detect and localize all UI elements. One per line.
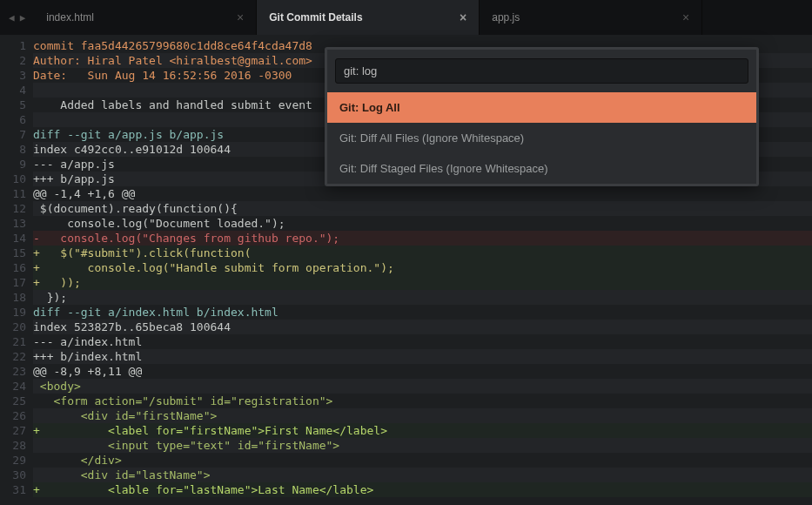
code-line: --- a/index.html bbox=[33, 334, 812, 349]
code-line: @@ -1,4 +1,6 @@ bbox=[33, 186, 812, 201]
line-number: 6 bbox=[0, 112, 26, 127]
code-line: @@ -8,9 +8,11 @@ bbox=[33, 364, 812, 379]
tab-label: index.html bbox=[46, 11, 94, 24]
line-number: 25 bbox=[0, 394, 26, 408]
command-palette: Git: Log AllGit: Diff All Files (Ignore … bbox=[325, 47, 759, 186]
command-palette-input[interactable] bbox=[335, 58, 748, 84]
line-number: 19 bbox=[0, 305, 26, 320]
line-number: 2 bbox=[0, 53, 26, 68]
code-line: + <lable for="lastName">Last Name</lable… bbox=[33, 482, 812, 497]
code-line: <div id="firstName"> bbox=[33, 408, 812, 423]
line-number: 27 bbox=[0, 423, 26, 438]
line-number: 12 bbox=[0, 201, 26, 216]
line-number: 16 bbox=[0, 260, 26, 275]
line-number: 18 bbox=[0, 290, 26, 305]
tab[interactable]: Git Commit Details× bbox=[257, 0, 480, 35]
code-line: <div id="lastName"> bbox=[33, 468, 812, 482]
nav-back-icon[interactable]: ◀ bbox=[9, 13, 15, 23]
code-line: <input type="text" id="firstName"> bbox=[33, 438, 812, 453]
line-number-gutter: 1234567891011121314151617181920212223242… bbox=[0, 35, 33, 505]
line-number: 1 bbox=[0, 38, 26, 53]
line-number: 3 bbox=[0, 68, 26, 83]
code-line: + <label for="firstName">First Name</lab… bbox=[33, 423, 812, 438]
code-line: <form action="/submit" id="registration"… bbox=[33, 394, 812, 408]
code-line: + )); bbox=[33, 275, 812, 290]
line-number: 20 bbox=[0, 320, 26, 334]
code-line: + $("#submit").click(function( bbox=[33, 246, 812, 260]
code-line: </div> bbox=[33, 453, 812, 468]
line-number: 15 bbox=[0, 246, 26, 260]
command-palette-list: Git: Log AllGit: Diff All Files (Ignore … bbox=[327, 92, 756, 184]
close-icon[interactable]: × bbox=[682, 10, 689, 24]
line-number: 13 bbox=[0, 216, 26, 231]
line-number: 5 bbox=[0, 98, 26, 112]
code-line: diff --git a/index.html b/index.html bbox=[33, 305, 812, 320]
tab[interactable]: app.js× bbox=[480, 0, 702, 35]
tab-label: Git Commit Details bbox=[269, 11, 362, 24]
nav-forward-icon[interactable]: ▶ bbox=[20, 13, 26, 23]
command-palette-item[interactable]: Git: Log All bbox=[327, 92, 756, 123]
line-number: 4 bbox=[0, 83, 26, 98]
tab-bar: ◀ ▶ index.html×Git Commit Details×app.js… bbox=[0, 0, 812, 35]
line-number: 8 bbox=[0, 142, 26, 157]
line-number: 22 bbox=[0, 349, 26, 364]
line-number: 21 bbox=[0, 334, 26, 349]
line-number: 24 bbox=[0, 379, 26, 394]
line-number: 14 bbox=[0, 231, 26, 246]
code-line: index 523827b..65beca8 100644 bbox=[33, 320, 812, 334]
line-number: 10 bbox=[0, 172, 26, 186]
close-icon[interactable]: × bbox=[460, 10, 466, 24]
code-line: $(document).ready(function(){ bbox=[33, 201, 812, 216]
line-number: 28 bbox=[0, 438, 26, 453]
line-number: 11 bbox=[0, 186, 26, 201]
line-number: 17 bbox=[0, 275, 26, 290]
tab-label: app.js bbox=[492, 11, 520, 24]
code-line: - console.log("Changes from github repo.… bbox=[33, 231, 812, 246]
tab[interactable]: index.html× bbox=[34, 0, 257, 35]
line-number: 7 bbox=[0, 127, 26, 142]
line-number: 23 bbox=[0, 364, 26, 379]
code-line: +++ b/index.html bbox=[33, 349, 812, 364]
command-palette-item[interactable]: Git: Diff Staged Files (Ignore Whitespac… bbox=[327, 153, 756, 184]
code-line: <body> bbox=[33, 379, 812, 394]
code-line: console.log("Document loaded."); bbox=[33, 216, 812, 231]
line-number: 31 bbox=[0, 482, 26, 497]
close-icon[interactable]: × bbox=[237, 10, 244, 24]
line-number: 30 bbox=[0, 468, 26, 482]
code-line: }); bbox=[33, 290, 812, 305]
nav-arrows: ◀ ▶ bbox=[0, 0, 34, 35]
line-number: 29 bbox=[0, 453, 26, 468]
command-palette-item[interactable]: Git: Diff All Files (Ignore Whitespace) bbox=[327, 123, 756, 153]
code-line: + console.log("Handle submit form operat… bbox=[33, 260, 812, 275]
line-number: 9 bbox=[0, 157, 26, 172]
line-number: 26 bbox=[0, 408, 26, 423]
